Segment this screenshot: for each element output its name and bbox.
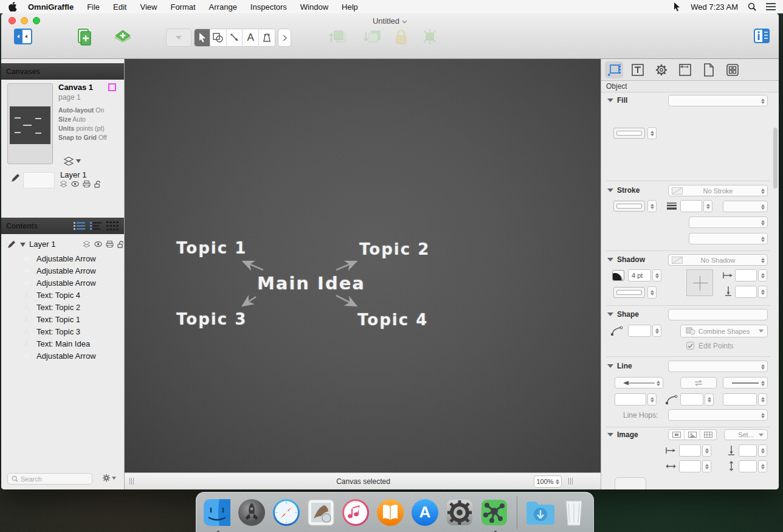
inspector-scrollbar[interactable] [773, 128, 778, 188]
dock-ibooks-icon[interactable] [376, 497, 405, 528]
menu-inspectors[interactable]: Inspectors [250, 2, 287, 12]
stroke-color-stepper[interactable] [647, 200, 657, 212]
canvas-name[interactable]: Canvas 1 [58, 83, 93, 92]
text-tool-button[interactable]: A [243, 29, 258, 46]
menu-help[interactable]: Help [342, 2, 358, 12]
combine-shapes-dropdown[interactable]: Combine Shapes [680, 325, 768, 337]
search-input[interactable] [21, 475, 81, 483]
line-tool-button[interactable] [227, 29, 243, 46]
toolbar-lock-button[interactable]: Lock [392, 29, 411, 48]
menu-window[interactable]: Window [300, 2, 328, 12]
shape-section-header[interactable]: Shape [607, 310, 639, 319]
list-item[interactable]: Adjustable Arrow [1, 264, 124, 277]
line-scale-stepper[interactable] [647, 393, 657, 406]
image-width-stepper[interactable] [702, 460, 711, 472]
dock-trash-icon[interactable] [561, 497, 587, 528]
menu-edit[interactable]: Edit [113, 2, 126, 12]
print-icon[interactable] [83, 181, 91, 187]
swap-arrowheads-button[interactable] [680, 377, 717, 389]
fill-style-dropdown[interactable] [668, 95, 768, 106]
canvas-thumbnail[interactable] [7, 83, 53, 164]
app-menu-title[interactable]: OmniGraffle [28, 2, 74, 12]
image-fit-stretch-button[interactable] [685, 430, 700, 440]
stroke-width-stepper[interactable] [703, 200, 712, 212]
dock-downloads-icon[interactable] [525, 497, 556, 528]
layer-name[interactable]: Layer 1 [60, 170, 86, 179]
line-start-arrowhead-dropdown[interactable] [615, 377, 663, 389]
shadow-color-stepper[interactable] [647, 286, 657, 299]
toolbar-tool-dropdown[interactable]: Tool [166, 29, 191, 47]
image-height-input[interactable] [739, 460, 757, 472]
disclosure-triangle-icon[interactable] [20, 243, 26, 247]
edit-points-checkbox[interactable] [686, 342, 694, 350]
sidebar-search-field[interactable] [7, 473, 92, 485]
tab-object-inspector[interactable] [605, 61, 623, 78]
dock-system-preferences-icon[interactable] [445, 497, 474, 528]
list-item[interactable]: Text: Topic 2 [1, 301, 124, 313]
image-fit-natural-button[interactable] [669, 430, 685, 440]
image-fit-tile-button[interactable] [700, 430, 716, 440]
image-offset-y-stepper[interactable] [758, 444, 767, 457]
tab-stencils[interactable] [723, 61, 742, 78]
window-title[interactable]: Untitled [1, 16, 779, 26]
stroke-section-header[interactable]: Stroke [607, 186, 640, 195]
corner-radius-stepper[interactable] [652, 325, 661, 337]
shadow-color-well[interactable] [613, 287, 645, 298]
stroke-style-dropdown[interactable]: No Stroke [668, 185, 768, 196]
image-well[interactable] [615, 477, 646, 489]
dock-mail-icon[interactable] [306, 497, 336, 528]
edit-pencil-icon[interactable] [11, 174, 19, 182]
stroke-width-input[interactable] [680, 200, 702, 212]
stroke-pattern-dropdown[interactable] [689, 216, 768, 228]
shadow-offset-y-stepper[interactable] [758, 286, 767, 298]
image-offset-y-input[interactable] [739, 444, 757, 457]
list-item[interactable]: Adjustable Arrow [1, 252, 124, 264]
tab-properties-inspector[interactable] [652, 61, 671, 78]
image-offset-x-input[interactable] [679, 444, 701, 457]
toolbar-ungroup-button[interactable]: Ungroup [413, 29, 447, 48]
image-set-dropdown[interactable]: Set... [724, 429, 768, 440]
tab-type-inspector[interactable] [629, 61, 647, 78]
corner-radius-input[interactable] [628, 325, 651, 337]
spotlight-search-icon[interactable] [748, 2, 756, 11]
shadow-position-picker[interactable] [686, 269, 713, 296]
list-item[interactable]: Text: Topic 4 [1, 289, 124, 301]
pointer-menu-icon[interactable] [673, 2, 681, 12]
tab-document-inspector[interactable] [700, 61, 718, 78]
layer-stack-icon[interactable] [60, 181, 67, 187]
drawing-canvas[interactable]: Topic 1 Topic 2 Main Idea Topic 3 Topic … [125, 59, 602, 472]
dock-app-store-icon[interactable]: A [410, 497, 440, 528]
pen-tool-button[interactable] [259, 29, 275, 46]
apple-menu-icon[interactable] [9, 2, 17, 12]
line-hops-dropdown[interactable] [668, 409, 768, 421]
shadow-blur-stepper[interactable] [652, 269, 661, 282]
line-radius-stepper[interactable] [705, 393, 714, 406]
image-height-stepper[interactable] [758, 460, 767, 472]
stroke-position-dropdown[interactable] [689, 233, 768, 244]
shadow-offset-y-input[interactable] [735, 286, 757, 298]
toolbar-inspect-button[interactable]: Inspect [748, 29, 776, 46]
list-item[interactable]: Adjustable Arrow [1, 350, 124, 362]
stroke-corner-dropdown[interactable] [723, 201, 768, 212]
fill-stepper[interactable] [647, 127, 657, 139]
layer-stack-icon[interactable] [83, 241, 91, 247]
list-item[interactable]: Text: Topic 1 [1, 313, 124, 325]
line-gap-stepper[interactable] [758, 393, 767, 406]
outline-view-icon[interactable] [90, 221, 102, 230]
tools-expand-button[interactable] [278, 29, 291, 47]
menu-clock[interactable]: Wed 7:23 AM [691, 2, 738, 12]
tab-canvas-inspector[interactable] [676, 61, 694, 78]
menu-view[interactable]: View [140, 2, 157, 12]
fill-color-well[interactable] [613, 128, 645, 139]
contents-layer-row[interactable]: Layer 1 [1, 238, 124, 251]
dock-finder-icon[interactable] [202, 497, 232, 528]
layer-row[interactable]: Layer 1 [1, 170, 124, 192]
shadow-blur-input[interactable]: 4 pt [628, 269, 651, 282]
toolbar-new-layer-button[interactable]: New Layer [103, 29, 142, 48]
unlock-icon[interactable] [94, 181, 101, 188]
list-item[interactable]: Text: Main Idea [1, 337, 124, 350]
shape-field[interactable] [668, 309, 768, 320]
stroke-color-well[interactable] [613, 201, 645, 212]
edit-pencil-icon[interactable] [7, 241, 15, 249]
visibility-eye-icon[interactable] [71, 181, 79, 187]
